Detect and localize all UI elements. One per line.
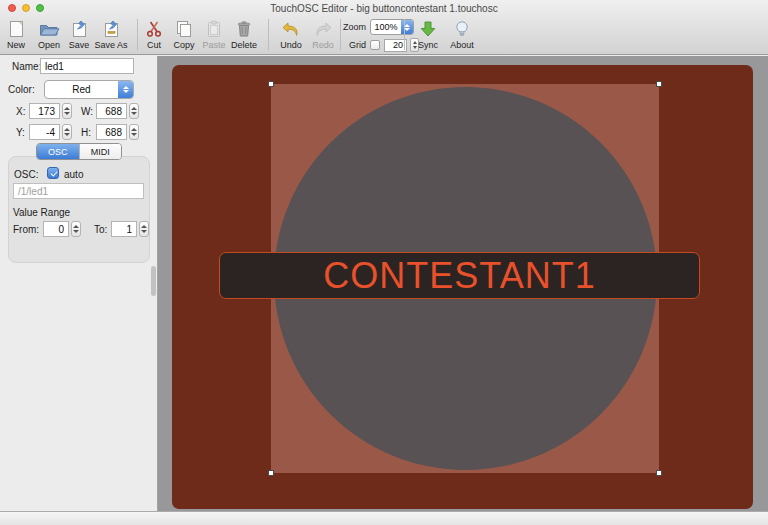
toolbar-separator xyxy=(404,19,405,50)
window-chrome: TouchOSC Editor - big buttoncontestant 1… xyxy=(0,0,768,55)
canvas-area[interactable]: CONTESTANT1 xyxy=(158,56,768,511)
fullscreen-window-icon[interactable] xyxy=(36,4,44,12)
color-value: Red xyxy=(45,84,118,95)
selection-handle-top-right[interactable] xyxy=(656,81,662,87)
zoom-level-value: 100% xyxy=(371,22,401,32)
about-button[interactable]: About xyxy=(440,17,484,50)
selection-handle-top-left[interactable] xyxy=(268,81,274,87)
title-bar: TouchOSC Editor - big buttoncontestant 1… xyxy=(0,0,768,16)
lightbulb-icon xyxy=(440,17,484,40)
to-field[interactable]: 1 xyxy=(111,221,137,237)
y-stepper[interactable] xyxy=(62,124,72,140)
trash-icon xyxy=(222,17,266,40)
name-field[interactable]: led1 xyxy=(40,58,134,74)
contestant-label-text: CONTESTANT1 xyxy=(220,253,699,298)
x-field[interactable]: 173 xyxy=(29,103,60,119)
selection-handle-bottom-right[interactable] xyxy=(656,470,662,476)
touchosc-editor-window: TouchOSC Editor - big buttoncontestant 1… xyxy=(0,0,768,525)
osc-label: OSC: xyxy=(14,169,38,180)
delete-button[interactable]: Delete xyxy=(222,17,266,50)
x-stepper[interactable] xyxy=(62,103,72,119)
auto-label: auto xyxy=(64,169,83,180)
selection-handle-bottom-left[interactable] xyxy=(268,470,274,476)
grid-checkbox[interactable] xyxy=(370,40,380,50)
redo-button: Redo xyxy=(301,17,345,50)
dropdown-stepper-icon[interactable] xyxy=(118,81,133,98)
name-label: Name: xyxy=(12,61,41,72)
status-bar xyxy=(0,511,768,525)
color-label: Color: xyxy=(8,84,35,95)
close-window-icon[interactable] xyxy=(8,4,16,12)
h-stepper[interactable] xyxy=(129,124,139,140)
osc-midi-tabs: OSC MIDI xyxy=(36,143,122,160)
inspector-panel: Name: led1 Color: Red X: 173 W: 688 Y: -… xyxy=(0,56,158,511)
redo-arrow-icon xyxy=(301,17,345,40)
h-field[interactable]: 688 xyxy=(96,124,127,140)
toolbar-separator xyxy=(340,19,341,50)
value-range-label: Value Range xyxy=(13,207,70,218)
w-stepper[interactable] xyxy=(129,103,139,119)
w-field[interactable]: 688 xyxy=(96,103,127,119)
zoom-label: Zoom xyxy=(342,22,366,32)
traffic-lights xyxy=(8,4,44,12)
osc-address-field[interactable]: /1/led1 xyxy=(13,183,144,199)
from-label: From: xyxy=(13,224,39,235)
window-title: TouchOSC Editor - big buttoncontestant 1… xyxy=(0,0,768,14)
color-dropdown[interactable]: Red xyxy=(44,80,134,99)
h-label: H: xyxy=(81,127,91,138)
x-label: X: xyxy=(16,106,25,117)
to-stepper[interactable] xyxy=(139,221,149,237)
w-label: W: xyxy=(81,106,93,117)
from-stepper[interactable] xyxy=(71,221,81,237)
from-field[interactable]: 0 xyxy=(43,221,69,237)
tab-midi[interactable]: MIDI xyxy=(79,144,122,159)
tab-osc[interactable]: OSC xyxy=(37,144,79,159)
panel-scrollbar-thumb[interactable] xyxy=(151,266,156,296)
toolbar: New Open Save xyxy=(0,16,768,55)
to-label: To: xyxy=(94,224,107,235)
minimize-window-icon[interactable] xyxy=(22,4,30,12)
y-label: Y: xyxy=(16,127,25,138)
save-as-button[interactable]: Save As xyxy=(89,17,133,50)
grid-label: Grid xyxy=(342,40,366,50)
save-as-icon xyxy=(89,17,133,40)
contestant-label-control[interactable]: CONTESTANT1 xyxy=(219,252,700,299)
osc-auto-checkbox[interactable] xyxy=(47,167,59,179)
y-field[interactable]: -4 xyxy=(29,124,60,140)
